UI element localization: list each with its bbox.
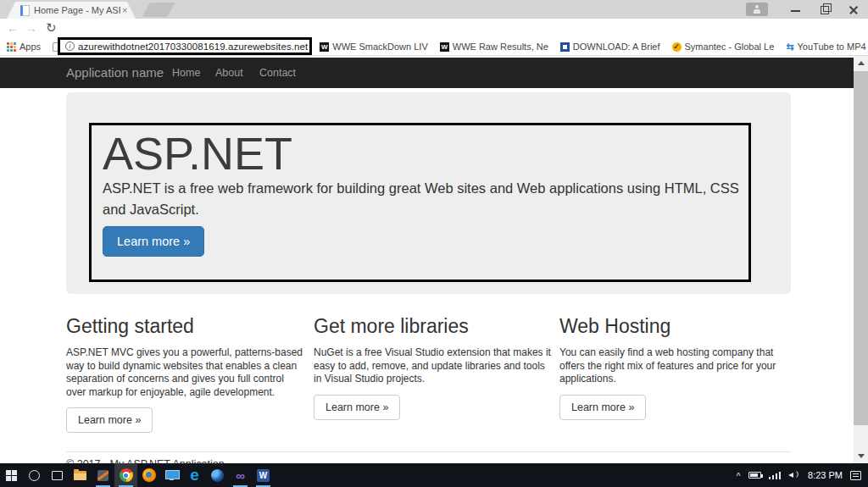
tray-chevron-icon[interactable]: ^: [737, 472, 741, 481]
symantec-check-icon: ✓: [672, 42, 682, 52]
column-title: Get more libraries: [314, 315, 551, 338]
tab-close-icon[interactable]: ×: [122, 5, 127, 15]
learn-more-primary-button[interactable]: Learn more »: [103, 226, 204, 257]
screen: Home Page - My ASP.NE × ← → ↻ i azurewit…: [0, 0, 868, 487]
paint-tool-icon: [97, 470, 108, 481]
display-app-button[interactable]: [160, 463, 183, 487]
column-get-more-libraries: Get more libraries NuGet is a free Visua…: [314, 315, 551, 420]
bookmark-item[interactable]: ✓ Symantec - Global Le: [672, 42, 775, 52]
column-getting-started: Getting started ASP.NET MVC gives you a …: [66, 315, 303, 433]
column-web-hosting: Web Hosting You can easily find a web ho…: [559, 315, 798, 420]
visual-studio-icon: ∞: [236, 469, 245, 482]
apps-label: Apps: [19, 42, 41, 52]
start-button[interactable]: [0, 463, 23, 487]
bookmark-item[interactable]: W WWE SmackDown LIV: [320, 42, 427, 52]
chrome-icon: [120, 468, 133, 482]
nav-link-about[interactable]: About: [215, 58, 243, 88]
clock[interactable]: 8:23 PM: [808, 470, 843, 480]
wwe-icon: W: [440, 42, 449, 52]
forward-icon[interactable]: →: [25, 20, 37, 36]
bookmark-label: YouTube to MP4 & M: [798, 42, 868, 52]
bookmark-item[interactable]: ⇆ YouTube to MP4 & M: [786, 42, 868, 52]
nav-link-home[interactable]: Home: [172, 58, 200, 88]
firefox-icon: [142, 468, 156, 482]
column-text: NuGet is a free Visual Studio extension …: [314, 346, 551, 386]
learn-more-button[interactable]: Learn more »: [314, 395, 400, 420]
url-annotation-box: i azurewithdotnet20170330081619.azureweb…: [58, 37, 312, 55]
bookmark-label: WWE SmackDown LIV: [332, 42, 427, 52]
back-icon[interactable]: ←: [7, 20, 19, 36]
scroll-down-icon[interactable]: [854, 449, 868, 463]
web-page: Application name Home About Contact ASP.…: [0, 56, 854, 463]
edge-button[interactable]: e: [183, 463, 206, 487]
system-tray: ^ 8:23 PM: [737, 463, 868, 487]
browser-tab-strip: Home Page - My ASP.NE ×: [0, 0, 868, 19]
browser-globe-button[interactable]: [206, 463, 229, 487]
url-text[interactable]: azurewithdotnet20170330081619.azurewebsi…: [78, 42, 308, 52]
navbar-brand[interactable]: Application name: [66, 58, 164, 88]
word-button[interactable]: W: [252, 463, 275, 487]
cortana-circle-icon: [29, 470, 40, 481]
profile-button[interactable]: [746, 3, 768, 16]
tab-title: Home Page - My ASP.NE: [34, 5, 120, 15]
firefox-button[interactable]: [137, 463, 160, 487]
bookmark-item[interactable]: W WWE Raw Results, Ne: [440, 42, 548, 52]
jumbotron-lead: ASP.NET is a free web framework for buil…: [103, 178, 743, 220]
person-icon: [754, 5, 760, 14]
globe-icon: [211, 469, 224, 482]
column-text: ASP.NET MVC gives you a powerful, patter…: [66, 346, 303, 399]
column-text: You can easily find a web hosting compan…: [559, 346, 798, 386]
network-signal-icon[interactable]: [769, 471, 782, 479]
windows-taskbar: e ∞ W ^ 8:23 PM: [0, 463, 868, 487]
paint-tool-button[interactable]: [92, 463, 114, 487]
learn-more-button[interactable]: Learn more »: [66, 407, 153, 433]
scroll-up-icon[interactable]: [854, 56, 868, 70]
footer-divider: [66, 451, 791, 452]
windows-logo-icon: [6, 470, 17, 481]
window-minimize-button[interactable]: [782, 0, 810, 19]
window-close-button[interactable]: [839, 0, 868, 19]
window-restore-button[interactable]: [810, 0, 839, 19]
tab-favicon-icon: [20, 5, 30, 16]
apps-button[interactable]: Apps: [7, 42, 41, 52]
scrollbar-thumb[interactable]: [854, 71, 868, 425]
task-view-icon: [52, 471, 63, 480]
page-info-icon[interactable]: i: [65, 42, 75, 51]
visual-studio-button[interactable]: ∞: [229, 463, 252, 487]
column-title: Web Hosting: [559, 315, 798, 338]
cortana-button[interactable]: [23, 463, 46, 487]
bookmark-label: WWE Raw Results, Ne: [453, 42, 548, 52]
column-title: Getting started: [66, 315, 303, 338]
bookmark-label: DOWNLOAD: A Brief: [573, 42, 660, 52]
edge-icon: e: [190, 468, 199, 482]
chrome-button[interactable]: [114, 463, 137, 487]
volume-icon[interactable]: [788, 470, 800, 480]
converter-arrows-icon: ⇆: [786, 42, 793, 52]
wwe-icon: W: [320, 42, 329, 52]
file-explorer-button[interactable]: [69, 463, 92, 487]
battery-icon[interactable]: [748, 472, 761, 479]
bookmark-label: Symantec - Global Le: [685, 42, 775, 52]
nav-link-contact[interactable]: Contact: [259, 58, 296, 88]
task-view-button[interactable]: [46, 463, 69, 487]
apps-grid-icon: [7, 42, 16, 52]
new-tab-button[interactable]: [142, 3, 175, 17]
bookmark-item[interactable]: DOWNLOAD: A Brief: [560, 42, 660, 52]
download-site-icon: [560, 42, 570, 52]
jumbotron-title: ASP.NET: [103, 127, 292, 180]
page-scrollbar[interactable]: [854, 56, 868, 463]
reload-icon[interactable]: ↻: [46, 20, 57, 36]
window-controls: [782, 0, 868, 19]
browser-tab[interactable]: Home Page - My ASP.NE ×: [7, 2, 136, 19]
browser-toolbar: ← → ↻ i azurewithdotnet20170330081619.az…: [0, 19, 868, 38]
action-center-icon[interactable]: [850, 471, 861, 480]
word-icon: W: [257, 469, 270, 482]
monitor-icon: [165, 470, 178, 480]
site-navbar: Application name Home About Contact: [0, 58, 854, 88]
learn-more-button[interactable]: Learn more »: [559, 395, 646, 420]
folder-icon: [74, 471, 86, 480]
